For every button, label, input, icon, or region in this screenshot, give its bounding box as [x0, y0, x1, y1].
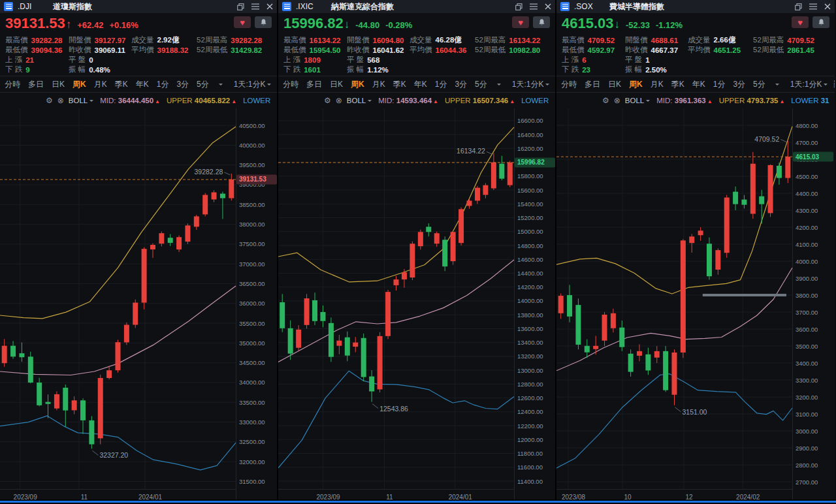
- candle-body[interactable]: [611, 313, 616, 328]
- candle-body[interactable]: [336, 341, 342, 346]
- candle-body[interactable]: [499, 164, 504, 179]
- period-tab[interactable]: 多日: [28, 79, 44, 90]
- period-tab[interactable]: 日K: [330, 79, 343, 90]
- indicator-selector[interactable]: BOLL: [347, 97, 372, 104]
- candle-body[interactable]: [451, 232, 456, 261]
- period-tab[interactable]: 5分: [197, 79, 209, 90]
- candle-body[interactable]: [10, 346, 16, 357]
- candle-body[interactable]: [72, 400, 77, 410]
- candle-body[interactable]: [418, 232, 423, 246]
- candle-body[interactable]: [442, 240, 447, 266]
- candle-body[interactable]: [142, 249, 147, 302]
- candle-body[interactable]: [741, 200, 747, 205]
- candle-body[interactable]: [80, 400, 86, 420]
- candle-body[interactable]: [280, 302, 285, 328]
- favorite-heart-button[interactable]: ♥: [234, 16, 251, 28]
- candle-body[interactable]: [229, 180, 234, 198]
- candle-body[interactable]: [434, 233, 440, 244]
- candle-body[interactable]: [133, 303, 138, 325]
- layout-menu-icon[interactable]: [251, 3, 259, 10]
- candle-body[interactable]: [329, 323, 334, 357]
- quote-list-icon[interactable]: [560, 2, 570, 11]
- candle-body[interactable]: [369, 377, 374, 392]
- alert-bell-button[interactable]: [533, 16, 550, 28]
- period-tab[interactable]: 多日: [585, 79, 600, 90]
- candle-body[interactable]: [159, 233, 164, 244]
- candle-body[interactable]: [202, 195, 208, 215]
- candle-body[interactable]: [176, 237, 182, 249]
- candle-body[interactable]: [124, 324, 129, 342]
- candle-body[interactable]: [785, 157, 790, 178]
- candle-body[interactable]: [89, 420, 94, 445]
- candle-body[interactable]: [663, 351, 668, 390]
- candle-body[interactable]: [724, 198, 730, 253]
- candle-body[interactable]: [394, 279, 399, 285]
- candle-body[interactable]: [304, 298, 310, 325]
- candle-body[interactable]: [681, 240, 686, 353]
- candle-body[interactable]: [619, 328, 624, 347]
- duplicate-window-icon[interactable]: [795, 3, 802, 10]
- indicator-remove-icon[interactable]: ⊗: [336, 96, 342, 105]
- candle-body[interactable]: [106, 370, 112, 378]
- period-tab[interactable]: 年K: [692, 79, 705, 90]
- period-tab[interactable]: 季K: [393, 79, 406, 90]
- candle-body[interactable]: [194, 216, 199, 227]
- period-tab[interactable]: 月K: [651, 79, 664, 90]
- period-tab[interactable]: 周K: [351, 79, 364, 90]
- quote-list-icon[interactable]: [4, 2, 13, 11]
- layout-menu-icon[interactable]: [530, 3, 538, 10]
- candle-body[interactable]: [185, 225, 190, 242]
- kline-range-dropdown[interactable]: 1天:1分K: [234, 79, 272, 90]
- candle-body[interactable]: [296, 330, 301, 348]
- kline-range-dropdown[interactable]: 1天:1分K: [512, 79, 550, 90]
- candle-body[interactable]: [567, 295, 572, 317]
- candle-body[interactable]: [312, 300, 317, 321]
- duplicate-window-icon[interactable]: [515, 3, 522, 10]
- alert-bell-button[interactable]: [255, 16, 272, 28]
- candle-body[interactable]: [637, 351, 642, 356]
- period-tab[interactable]: 3分: [176, 79, 189, 90]
- layout-menu-icon[interactable]: [809, 3, 817, 10]
- candle-body[interactable]: [689, 236, 694, 243]
- period-tab[interactable]: 分時: [283, 79, 298, 90]
- candle-body[interactable]: [116, 342, 121, 370]
- period-tab[interactable]: 年K: [414, 79, 427, 90]
- candle-body[interactable]: [288, 328, 293, 354]
- candle-body[interactable]: [733, 192, 738, 204]
- candle-body[interactable]: [378, 336, 383, 390]
- candle-body[interactable]: [698, 230, 703, 235]
- period-tab[interactable]: 月K: [372, 79, 385, 90]
- candle-body[interactable]: [46, 402, 51, 404]
- candle-body[interactable]: [220, 194, 225, 198]
- candle-body[interactable]: [602, 315, 607, 341]
- candle-body[interactable]: [98, 378, 103, 438]
- candle-body[interactable]: [458, 209, 464, 243]
- candle-body[interactable]: [2, 346, 7, 364]
- period-tab[interactable]: 3分: [733, 79, 745, 90]
- candle-body[interactable]: [777, 166, 782, 178]
- candle-body[interactable]: [353, 343, 358, 347]
- indicator-remove-icon[interactable]: ⊗: [614, 96, 620, 105]
- candlestick-chart[interactable]: 40500.0040000.0039500.0039000.0038500.00…: [0, 108, 278, 499]
- candle-body[interactable]: [54, 394, 59, 409]
- close-icon[interactable]: [545, 3, 551, 10]
- candle-body[interactable]: [37, 383, 42, 405]
- candle-body[interactable]: [593, 346, 598, 349]
- indicator-selector[interactable]: BOLL: [625, 97, 650, 104]
- period-tab[interactable]: 日K: [608, 79, 621, 90]
- candle-body[interactable]: [345, 338, 350, 356]
- favorite-heart-button[interactable]: ♥: [792, 16, 809, 28]
- candle-body[interactable]: [750, 164, 756, 214]
- candle-body[interactable]: [707, 244, 712, 276]
- candle-body[interactable]: [475, 188, 480, 201]
- favorite-heart-button[interactable]: ♥: [512, 16, 529, 28]
- alert-bell-button[interactable]: [812, 16, 829, 28]
- period-tab[interactable]: 月K: [94, 79, 107, 90]
- period-tab[interactable]: 多日: [306, 79, 322, 90]
- candle-body[interactable]: [585, 346, 590, 353]
- period-tab[interactable]: 日K: [52, 79, 65, 90]
- candle-body[interactable]: [628, 354, 634, 372]
- candle-body[interactable]: [426, 227, 431, 232]
- period-tab[interactable]: 5分: [475, 79, 487, 90]
- candle-body[interactable]: [402, 272, 407, 279]
